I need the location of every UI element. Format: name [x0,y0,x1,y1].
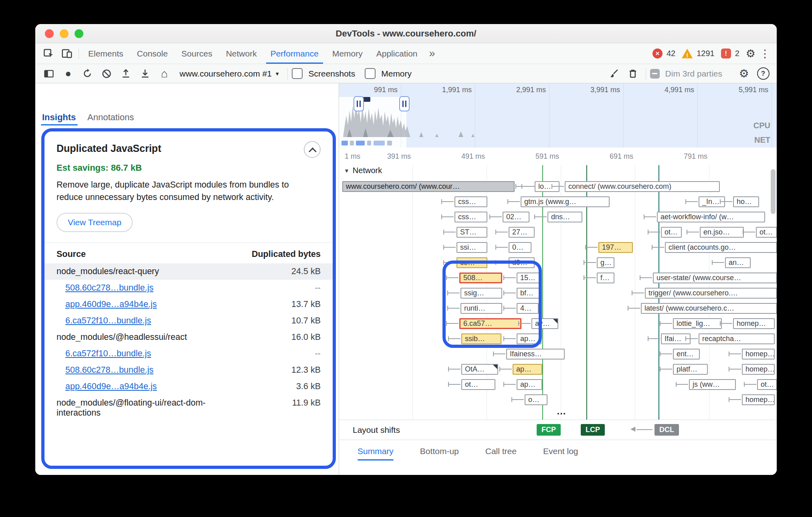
network-request-bar[interactable]: recaptcha… [699,333,775,344]
capture-settings-gear-icon[interactable]: ⚙ [735,66,753,81]
network-request-bar[interactable]: ot… [661,227,682,238]
network-request-bar[interactable]: ST… [456,227,487,238]
tab-console[interactable]: Console [130,43,175,64]
network-request-bar[interactable]: homep… [742,394,775,405]
network-request-bar[interactable]: gtm.js (www.g… [521,196,610,207]
scrollbar-thumb[interactable] [771,169,776,214]
brush-icon[interactable] [605,66,622,81]
tab-memory[interactable]: Memory [325,43,370,64]
insight-source-file-link[interactable]: app.460d9e…a94b4e.js3.6 kB [57,378,321,395]
kebab-menu-icon[interactable]: ⋮ [759,47,770,60]
reload-record-icon[interactable] [79,66,96,81]
help-icon[interactable]: ? [754,66,772,81]
network-request-bar[interactable]: user-state/ (www.course… [653,273,777,283]
network-request-bar[interactable]: ssig… [461,288,502,299]
tab-elements[interactable]: Elements [81,43,130,64]
network-request-bar[interactable]: latest/ (www.coursehero.c… [641,303,777,314]
network-request-bar[interactable]: 27… [509,227,535,238]
more-tabs-icon[interactable]: » [424,47,440,60]
device-toolbar-icon[interactable] [58,46,76,61]
tab-sources[interactable]: Sources [175,43,219,64]
record-icon[interactable]: ● [59,66,77,81]
network-request-bar[interactable]: lottie_lig… [673,318,722,329]
close-button[interactable] [45,29,54,38]
network-request-bar[interactable]: css… [454,212,487,222]
network-request-bar[interactable]: en.jso… [700,227,744,238]
network-request-bar[interactable]: g… [597,257,614,268]
network-request-bar[interactable]: ho… [733,196,759,207]
overview-handle-left[interactable] [353,96,364,111]
network-request-bar[interactable]: css… [454,196,487,207]
network-request-bar[interactable]: ot… [757,379,777,390]
network-request-bar[interactable]: ot… [461,379,495,390]
warning-icon[interactable]: ! [682,49,693,59]
minimize-button[interactable] [60,29,69,38]
bottom-tab-event-log[interactable]: Event log [543,440,578,462]
toggle-sidebar-icon[interactable] [40,66,58,81]
network-request-bar[interactable]: js (ww… [689,379,736,390]
network-request-bar[interactable]: ap… [517,333,541,344]
cpu-overview[interactable]: 991 ms1,991 ms2,991 ms3,991 ms4,991 ms5,… [339,83,777,148]
network-request-bar[interactable]: trigger/ (www.coursehero.… [645,288,777,299]
error-count[interactable]: 42 [667,49,675,58]
issues-icon[interactable]: ! [721,48,731,59]
screenshots-checkbox[interactable] [292,68,303,79]
network-request-bar[interactable]: OtA… [461,364,498,375]
clear-icon[interactable] [98,66,115,81]
network-request-bar[interactable]: ent… [673,349,700,359]
network-request-bar[interactable]: bf… [517,288,541,299]
collect-garbage-icon[interactable] [624,66,642,81]
network-request-bar[interactable]: 197… [598,242,633,253]
network-request-bar[interactable]: an… [725,257,751,268]
memory-checkbox[interactable] [365,68,376,79]
collapse-button[interactable] [304,141,321,158]
warning-count[interactable]: 1291 [697,49,715,58]
network-request-bar[interactable]: 0… [509,242,531,253]
network-request-bar[interactable]: homep… [742,364,775,375]
network-request-bar[interactable]: ssib… [461,333,501,344]
tab-insights[interactable]: Insights [42,112,76,123]
network-request-bar[interactable]: 15… [517,273,541,283]
insight-source-file-link[interactable]: 508.60c278…bundle.js-- [57,280,321,296]
bottom-tab-summary[interactable]: Summary [358,440,394,462]
load-profile-icon[interactable] [117,66,135,81]
network-request-bar[interactable]: homep… [742,349,775,359]
network-request-bar[interactable]: www.coursehero.com/ (www.cour… [342,181,515,192]
network-request-bar[interactable]: runti… [461,303,502,314]
network-request-bar[interactable]: aet-workflow-info/ (w… [657,212,765,222]
insight-source-file-link[interactable]: 6.ca572f10…bundle.js-- [57,345,321,362]
zoom-button[interactable] [75,29,83,38]
overflow-ellipsis[interactable]: … [543,406,580,417]
settings-gear-icon[interactable]: ⚙ [746,47,755,60]
network-request-bar[interactable]: 4… [517,303,539,314]
network-request-bar[interactable]: platf… [673,364,708,375]
marker-badge-lcp[interactable]: LCP [581,424,605,436]
view-treemap-button[interactable]: View Treemap [57,213,133,232]
save-profile-icon[interactable] [136,66,154,81]
network-request-bar[interactable]: o… [525,394,547,405]
overview-handle-right[interactable] [399,96,410,111]
tab-network[interactable]: Network [219,43,264,64]
inspect-icon[interactable] [39,46,58,61]
insight-source-file-link[interactable]: app.460d9e…a94b4e.js13.7 kB [57,296,321,313]
bottom-tab-bottom-up[interactable]: Bottom-up [420,440,459,462]
insight-source-file-link[interactable]: 6.ca572f10…bundle.js10.7 kB [57,313,321,329]
network-request-bar[interactable]: ap… [513,364,542,375]
network-request-bar[interactable]: 508… [459,273,502,283]
network-request-bar[interactable]: dns… [547,212,582,222]
network-request-bar[interactable]: homep… [733,318,775,329]
home-icon[interactable]: ⌂ [156,66,173,81]
tab-application[interactable]: Application [370,43,424,64]
network-section-header[interactable]: ▼ Network [344,166,382,175]
network-request-bar[interactable]: ot… [756,227,777,238]
tab-performance[interactable]: Performance [264,43,325,64]
issue-count[interactable]: 2 [735,49,739,58]
dim-3rd-parties-toggle[interactable] [650,69,660,79]
network-request-bar[interactable]: f… [597,273,614,283]
network-request-bar[interactable]: client (accounts.go… [665,242,777,253]
network-request-bar[interactable]: 02… [503,212,529,222]
network-request-bar[interactable]: Ifainess… [506,349,565,359]
tab-annotations[interactable]: Annotations [87,112,134,123]
network-request-bar[interactable]: ay… [531,318,558,329]
network-request-bar[interactable]: connect/ (www.coursehero.com) [565,181,720,192]
